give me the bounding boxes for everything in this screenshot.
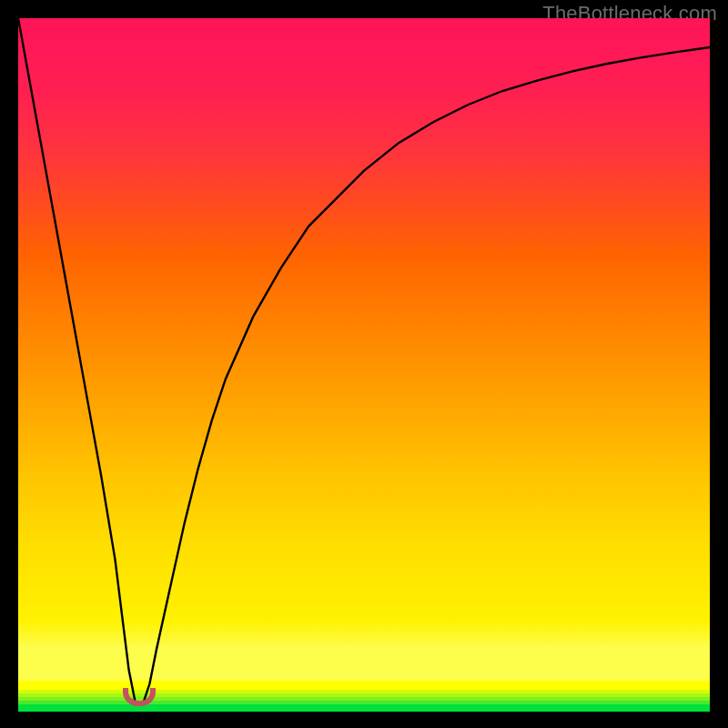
curve-path — [18, 18, 710, 704]
bottleneck-curve — [18, 18, 710, 712]
plot-area — [18, 18, 710, 712]
